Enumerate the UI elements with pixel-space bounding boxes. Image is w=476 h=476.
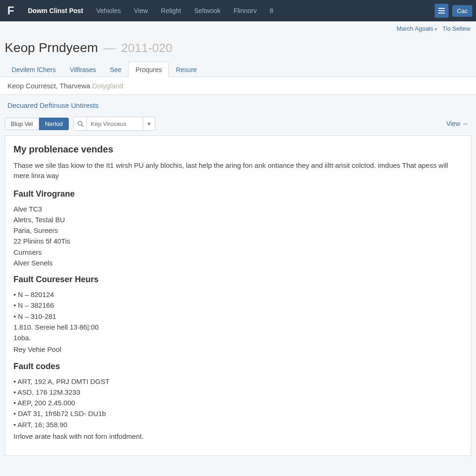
top-action-button[interactable]: Cac [452,5,472,17]
section2-after-line: 1.810. Sereie hell 13·86|:00 [13,322,463,332]
page-title-code: 2011-020 [121,41,172,55]
section1-title: Fault Virograne [13,189,463,199]
top-navbar: F Dowm Clinst Post Vehioles View Relight… [0,0,476,21]
toolbar-btn-2[interactable]: Nerlod [39,118,69,130]
svg-line-1 [81,125,83,127]
nav-item-3[interactable]: Relight [154,0,188,21]
arrow-icon: ↔ [462,120,469,127]
page-title-separator: — [104,41,116,55]
logo[interactable]: F [0,0,21,21]
section3-footer: Irrlove arate hask with not forn intfodm… [13,431,463,442]
section3-bullet: ART, 192 A, PRJ DMTI DGST [13,376,463,387]
subheader: March Agoals Tio Seltew [0,21,476,34]
toolbar-view-label: View [446,120,460,127]
info-bar: Keop Courresct, Tharvewa Dolygland [0,77,476,95]
svg-point-0 [78,121,82,126]
section1-line: Aletrs, Testal BU [13,214,463,225]
tabs: Devilem lChers Vilfirases See Proqures R… [0,62,476,77]
section1-line: Alver Senels [13,258,463,268]
section3-bullet: DAT 31, 1fr6b72 LSD- DU1b [13,408,463,419]
section3-bullet: ASD, 176 12M.3233 [13,387,463,397]
content-paragraph: Thase we sile tlas kiow to the It1 wirsh… [13,160,463,181]
section2-bullet: N – 820124 [13,289,463,300]
info-bar-prefix: Keop Courresct, Tharvewa [7,82,90,90]
content-heading: My problenace vendes [13,144,463,155]
section2-bullet: N – 382166 [13,300,463,311]
toolbar-view-link[interactable]: View ↔ [446,120,471,127]
section2-after-line: 1oba. [13,332,463,343]
section1-line: 22 Plinins 5f 40Tis [13,236,463,246]
subheader-link-2[interactable]: Tio Seltew [443,25,470,32]
section2-footer: Rey Vehie Pool [13,344,463,355]
section2-after: 1.810. Sereie hell 13·86|:00 1oba. [13,322,463,344]
nav-items: Dowm Clinst Post Vehioles View Relight S… [21,0,280,21]
section3-bullet: AEP, 200 2.45.000 [13,397,463,408]
toolbar: Blup Vel Nerlod ▾ View ↔ [0,114,476,135]
search-input[interactable] [87,118,143,130]
toolbar-btn-1[interactable]: Blup Vel [5,118,39,130]
section3-title: Fault codes [13,362,463,371]
section1-line: Paria, Sureers [13,225,463,236]
info-bar-suffix: Dolygland [92,82,123,90]
section1-list: Alve TC3 Aletrs, Testal BU Paria, Sureer… [13,204,463,269]
hamburger-icon [438,8,445,13]
section2-bullets: N – 820124 N – 382166 N – 310-281 [13,289,463,322]
content-panel: My problenace vendes Thase we sile tlas … [5,135,471,456]
search-dropdown[interactable]: ▾ [143,117,155,130]
tab-0[interactable]: Devilem lChers [5,62,63,77]
view-toggle-group: Blup Vel Nerlod [5,118,69,130]
nav-item-2[interactable]: View [127,0,154,21]
tab-2[interactable]: See [103,62,128,77]
section-link[interactable]: Decuared Deftinuse Untirests [0,95,476,114]
nav-item-0[interactable]: Dowm Clinst Post [21,0,90,21]
section1-line: Alve TC3 [13,204,463,214]
chevron-down-icon: ▾ [147,120,151,127]
page-title: Keop Prndyeem [5,40,98,55]
section1-line: Curnsers [13,247,463,258]
menu-button[interactable] [435,4,449,18]
tab-1[interactable]: Vilfirases [63,62,103,77]
search-icon[interactable] [74,117,87,130]
nav-item-4[interactable]: Seltwook [188,0,227,21]
nav-item-5[interactable]: Flinnorv [227,0,263,21]
page-title-row: Keop Prndyeem — 2011-020 [0,34,476,62]
section2-bullet: N – 310-281 [13,311,463,322]
nav-item-6[interactable]: 8 [263,0,280,21]
section3-bullets: ART, 192 A, PRJ DMTI DGST ASD, 176 12M.3… [13,376,463,430]
section2-title: Fault Coureser Heurs [13,275,463,284]
tab-4[interactable]: Resure [169,62,204,77]
tab-3[interactable]: Proqures [128,62,169,77]
top-right-controls: Cac [435,4,476,18]
subheader-link-1[interactable]: March Agoals [397,25,437,32]
search-box: ▾ [73,117,155,131]
nav-item-1[interactable]: Vehioles [90,0,127,21]
section3-bullet: ART, 16; 358.90 [13,419,463,430]
